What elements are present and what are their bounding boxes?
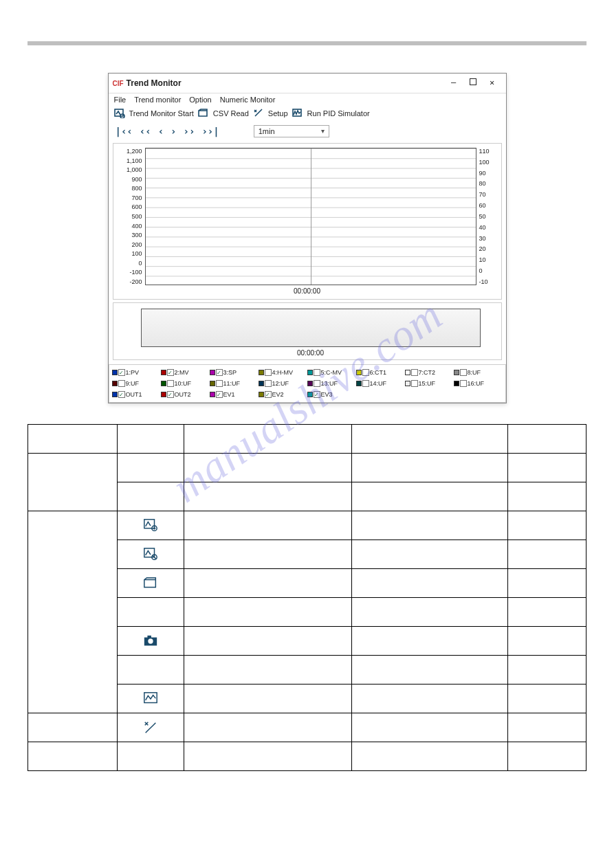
legend-item-14[interactable]: 14:UF [356, 380, 405, 387]
run-pid-simulator-label[interactable]: Run PID Simulator [307, 109, 370, 118]
csv-read-icon[interactable] [198, 109, 209, 118]
trend-monitor-start-label[interactable]: Trend Monitor Start [129, 109, 194, 118]
y-left-tick: 100 [131, 250, 142, 257]
legend-item-7[interactable]: 7:CT2 [405, 369, 454, 376]
y-right-tick: 10 [479, 256, 486, 263]
legend-checkbox[interactable] [265, 380, 272, 387]
legend-checkbox[interactable]: ✓ [216, 391, 223, 398]
setup-icon[interactable] [253, 109, 264, 118]
legend-color-swatch [210, 370, 215, 375]
legend-checkbox[interactable]: ✓ [265, 391, 272, 398]
legend-label: 10:UF [175, 380, 192, 387]
legend-item-10[interactable]: 10:UF [161, 380, 210, 387]
y-right-tick: 20 [479, 245, 486, 252]
title-bar: CIF Trend Monitor — ✕ [109, 74, 506, 93]
legend-checkbox[interactable]: ✓ [167, 391, 174, 398]
menu-file[interactable]: File [114, 96, 127, 104]
legend-item-e3[interactable]: ✓EV3 [307, 391, 356, 398]
legend-color-swatch [405, 381, 410, 386]
legend-color-swatch [259, 370, 264, 375]
menu-trend-monitor[interactable]: Trend monitor [134, 96, 181, 104]
svg-point-9 [148, 638, 153, 643]
legend-checkbox[interactable] [216, 380, 223, 387]
legend-color-swatch [112, 392, 118, 397]
legend-checkbox[interactable] [362, 380, 369, 387]
legend-label: 9:UF [126, 380, 140, 387]
legend-checkbox[interactable] [314, 369, 320, 376]
legend-label: 13:UF [321, 380, 338, 387]
legend-item-1[interactable]: ✓1:PV [112, 369, 161, 376]
legend-color-swatch [161, 381, 166, 386]
legend-item-12[interactable]: 12:UF [259, 380, 307, 387]
menu-numeric-monitor[interactable]: Numeric Monitor [220, 96, 276, 104]
app-icon: CIF [113, 80, 124, 87]
legend-color-swatch [210, 381, 215, 386]
pid-simulator-icon[interactable] [292, 109, 303, 118]
nav-first-button[interactable]: |‹‹ [116, 126, 133, 137]
time-range-select[interactable]: 1min [254, 125, 329, 137]
nav-next2-button[interactable]: ›› [184, 126, 195, 137]
y-left-tick: 600 [131, 203, 142, 210]
setup-label[interactable]: Setup [268, 109, 288, 118]
legend-checkbox[interactable] [265, 369, 272, 376]
legend-label: 11:UF [223, 380, 241, 387]
y-left-tick: 400 [131, 223, 142, 230]
legend-item-6[interactable]: 6:CT1 [356, 369, 405, 376]
legend-color-swatch [454, 381, 459, 386]
legend-checkbox[interactable] [411, 369, 418, 376]
mini-chart-plot-area[interactable] [141, 309, 481, 347]
y-right-tick: 40 [479, 224, 486, 231]
y-right-tick: 30 [479, 235, 486, 242]
legend-checkbox[interactable] [362, 369, 369, 376]
legend-item-8[interactable]: 8:UF [454, 369, 503, 376]
nav-prev-button[interactable]: ‹ [158, 126, 164, 137]
nav-prev2-button[interactable]: ‹‹ [140, 126, 151, 137]
legend-checkbox[interactable]: ✓ [118, 369, 125, 376]
legend-item-13[interactable]: 13:UF [307, 380, 356, 387]
legend-item-15[interactable]: 15:UF [405, 380, 454, 387]
legend-checkbox[interactable] [118, 380, 125, 387]
y-right-tick: 100 [479, 159, 490, 166]
legend-checkbox[interactable] [167, 380, 174, 387]
nav-next-button[interactable]: › [171, 126, 176, 137]
legend-checkbox[interactable] [314, 380, 320, 387]
y-left-tick: 1,000 [127, 166, 142, 173]
legend-item-3[interactable]: ✓3:SP [210, 369, 259, 376]
legend-item-2[interactable]: ✓2:MV [161, 369, 210, 376]
y-right-tick: 80 [479, 180, 486, 187]
minimize-button[interactable]: — [444, 76, 463, 90]
legend-checkbox[interactable] [411, 380, 418, 387]
legend-item-9[interactable]: 9:UF [112, 380, 161, 387]
legend-color-swatch [356, 381, 362, 386]
legend-checkbox[interactable]: ✓ [167, 369, 174, 376]
legend-item-4[interactable]: 4:H-MV [259, 369, 307, 376]
legend-item-5[interactable]: 5:C-MV [307, 369, 356, 376]
legend-label: EV1 [223, 391, 235, 398]
legend-checkbox[interactable] [460, 369, 467, 376]
legend-label: OUT2 [175, 391, 191, 398]
nav-last-button[interactable]: ››| [201, 126, 219, 137]
legend-label: 6:CT1 [370, 369, 387, 376]
menu-option[interactable]: Option [189, 96, 211, 104]
legend-checkbox[interactable]: ✓ [118, 391, 125, 398]
legend-item-16[interactable]: 16:UF [454, 380, 503, 387]
legend-checkbox[interactable]: ✓ [216, 369, 223, 376]
main-chart-panel: 1,2001,1001,0009008007006005004003002001… [113, 143, 502, 300]
close-button[interactable]: ✕ [483, 76, 502, 90]
legend-item-o2[interactable]: ✓OUT2 [161, 391, 210, 398]
legend-item-e2[interactable]: ✓EV2 [259, 391, 307, 398]
legend-item-11[interactable]: 11:UF [210, 380, 259, 387]
maximize-button[interactable] [463, 76, 483, 90]
legend-item-e1[interactable]: ✓EV1 [210, 391, 259, 398]
chart-midline [311, 148, 311, 285]
y-right-tick: 110 [479, 148, 490, 155]
trend-monitor-window: CIF Trend Monitor — ✕ File Trend monitor… [108, 73, 507, 403]
legend-checkbox[interactable]: ✓ [314, 391, 320, 398]
chart-plot-area[interactable] [145, 148, 476, 285]
legend-color-swatch [259, 381, 264, 386]
trend-start-icon[interactable] [114, 109, 125, 118]
legend-label: 1:PV [126, 369, 140, 376]
legend-item-o1[interactable]: ✓OUT1 [112, 391, 161, 398]
legend-checkbox[interactable] [460, 380, 467, 387]
csv-read-label[interactable]: CSV Read [213, 109, 249, 118]
